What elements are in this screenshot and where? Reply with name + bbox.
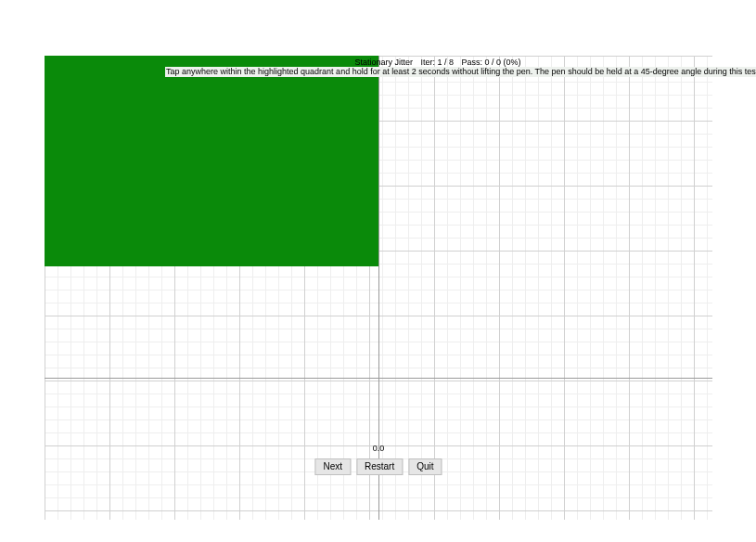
- button-bar: Next Restart Quit: [314, 458, 442, 475]
- test-stage: Stationary Jitter Iter: 1 / 8 Pass: 0 / …: [45, 56, 712, 520]
- next-button[interactable]: Next: [314, 458, 351, 475]
- test-name: Stationary Jitter: [354, 58, 413, 67]
- axis-vertical: [378, 56, 379, 520]
- iter-value: 1 / 8: [438, 58, 455, 67]
- quit-button[interactable]: Quit: [408, 458, 442, 475]
- restart-button[interactable]: Restart: [356, 458, 403, 475]
- pass-label: Pass:: [462, 58, 483, 67]
- status-summary: Stationary Jitter Iter: 1 / 8 Pass: 0 / …: [163, 58, 712, 67]
- iter-label: Iter:: [420, 58, 435, 67]
- status-bar: Stationary Jitter Iter: 1 / 8 Pass: 0 / …: [163, 56, 712, 72]
- highlighted-quadrant[interactable]: [45, 56, 378, 266]
- pass-value: 0 / 0 (0%): [485, 58, 521, 67]
- axis-horizontal: [45, 378, 712, 379]
- timer-readout: 0.0: [373, 444, 385, 453]
